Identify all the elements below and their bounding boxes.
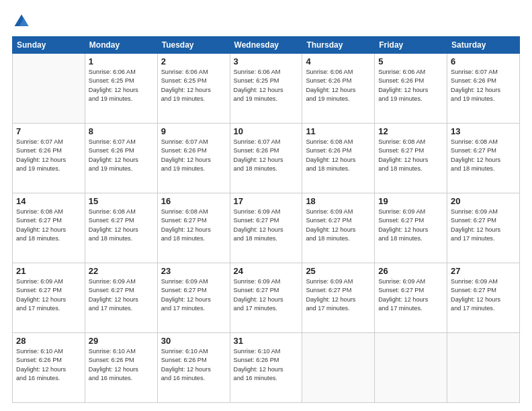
calendar-week-row: 14Sunrise: 6:08 AM Sunset: 6:27 PM Dayli… [13,193,520,263]
col-thursday: Thursday [302,37,375,54]
day-info: Sunrise: 6:10 AM Sunset: 6:26 PM Dayligh… [234,347,299,383]
day-info: Sunrise: 6:10 AM Sunset: 6:26 PM Dayligh… [161,347,226,383]
day-info: Sunrise: 6:09 AM Sunset: 6:27 PM Dayligh… [378,208,443,243]
table-row [13,54,85,124]
day-number: 26 [378,266,443,276]
day-info: Sunrise: 6:09 AM Sunset: 6:27 PM Dayligh… [451,277,516,313]
col-tuesday: Tuesday [157,37,230,54]
table-row: 26Sunrise: 6:09 AM Sunset: 6:27 PM Dayli… [375,263,447,333]
day-info: Sunrise: 6:07 AM Sunset: 6:26 PM Dayligh… [89,138,154,173]
table-row: 13Sunrise: 6:08 AM Sunset: 6:27 PM Dayli… [447,124,520,193]
day-info: Sunrise: 6:07 AM Sunset: 6:26 PM Dayligh… [451,68,516,103]
table-row: 19Sunrise: 6:09 AM Sunset: 6:27 PM Dayli… [375,193,447,263]
table-row: 14Sunrise: 6:08 AM Sunset: 6:27 PM Dayli… [13,193,85,263]
table-row: 11Sunrise: 6:08 AM Sunset: 6:26 PM Dayli… [302,124,375,193]
day-info: Sunrise: 6:09 AM Sunset: 6:27 PM Dayligh… [378,277,443,313]
table-row: 31Sunrise: 6:10 AM Sunset: 6:26 PM Dayli… [230,333,302,403]
day-number: 15 [89,196,154,206]
table-row: 22Sunrise: 6:09 AM Sunset: 6:27 PM Dayli… [85,263,157,333]
day-number: 9 [161,126,226,136]
day-info: Sunrise: 6:09 AM Sunset: 6:27 PM Dayligh… [306,277,371,313]
logo-icon [12,12,31,31]
table-row: 20Sunrise: 6:09 AM Sunset: 6:27 PM Dayli… [447,193,520,263]
day-info: Sunrise: 6:08 AM Sunset: 6:27 PM Dayligh… [161,208,226,243]
day-info: Sunrise: 6:09 AM Sunset: 6:27 PM Dayligh… [89,277,154,313]
day-number: 1 [89,56,154,66]
day-number: 20 [451,196,516,206]
day-number: 23 [161,266,226,276]
table-row: 6Sunrise: 6:07 AM Sunset: 6:26 PM Daylig… [447,54,520,124]
day-number: 30 [161,336,226,346]
day-number: 11 [306,126,371,136]
day-info: Sunrise: 6:10 AM Sunset: 6:26 PM Dayligh… [16,347,81,383]
calendar-header-row: Sunday Monday Tuesday Wednesday Thursday… [13,37,520,54]
day-number: 14 [16,196,81,206]
col-friday: Friday [375,37,447,54]
table-row [375,333,447,403]
day-number: 4 [306,56,371,66]
table-row: 28Sunrise: 6:10 AM Sunset: 6:26 PM Dayli… [13,333,85,403]
day-info: Sunrise: 6:06 AM Sunset: 6:25 PM Dayligh… [89,68,154,103]
day-number: 17 [234,196,299,206]
day-number: 19 [378,196,443,206]
table-row: 16Sunrise: 6:08 AM Sunset: 6:27 PM Dayli… [157,193,230,263]
day-info: Sunrise: 6:06 AM Sunset: 6:26 PM Dayligh… [306,68,371,103]
header [12,12,520,31]
day-number: 27 [451,266,516,276]
day-info: Sunrise: 6:08 AM Sunset: 6:26 PM Dayligh… [306,138,371,173]
page: Sunday Monday Tuesday Wednesday Thursday… [0,0,532,411]
day-number: 29 [89,336,154,346]
table-row: 7Sunrise: 6:07 AM Sunset: 6:26 PM Daylig… [13,124,85,193]
day-info: Sunrise: 6:08 AM Sunset: 6:27 PM Dayligh… [378,138,443,173]
day-number: 31 [234,336,299,346]
calendar-week-row: 28Sunrise: 6:10 AM Sunset: 6:26 PM Dayli… [13,333,520,403]
day-number: 16 [161,196,226,206]
table-row: 4Sunrise: 6:06 AM Sunset: 6:26 PM Daylig… [302,54,375,124]
day-number: 2 [161,56,226,66]
day-number: 8 [89,126,154,136]
day-number: 6 [451,56,516,66]
day-number: 21 [16,266,81,276]
table-row [302,333,375,403]
day-number: 28 [16,336,81,346]
table-row: 10Sunrise: 6:07 AM Sunset: 6:26 PM Dayli… [230,124,302,193]
day-info: Sunrise: 6:09 AM Sunset: 6:27 PM Dayligh… [161,277,226,313]
table-row: 27Sunrise: 6:09 AM Sunset: 6:27 PM Dayli… [447,263,520,333]
table-row: 30Sunrise: 6:10 AM Sunset: 6:26 PM Dayli… [157,333,230,403]
table-row: 9Sunrise: 6:07 AM Sunset: 6:26 PM Daylig… [157,124,230,193]
day-number: 7 [16,126,81,136]
table-row: 3Sunrise: 6:06 AM Sunset: 6:25 PM Daylig… [230,54,302,124]
day-number: 5 [378,56,443,66]
day-info: Sunrise: 6:08 AM Sunset: 6:27 PM Dayligh… [16,208,81,243]
table-row: 12Sunrise: 6:08 AM Sunset: 6:27 PM Dayli… [375,124,447,193]
table-row: 2Sunrise: 6:06 AM Sunset: 6:25 PM Daylig… [157,54,230,124]
day-info: Sunrise: 6:09 AM Sunset: 6:27 PM Dayligh… [451,208,516,243]
table-row: 5Sunrise: 6:06 AM Sunset: 6:26 PM Daylig… [375,54,447,124]
table-row: 23Sunrise: 6:09 AM Sunset: 6:27 PM Dayli… [157,263,230,333]
logo [12,12,34,31]
table-row: 24Sunrise: 6:09 AM Sunset: 6:27 PM Dayli… [230,263,302,333]
day-info: Sunrise: 6:08 AM Sunset: 6:27 PM Dayligh… [451,138,516,173]
day-number: 18 [306,196,371,206]
table-row: 15Sunrise: 6:08 AM Sunset: 6:27 PM Dayli… [85,193,157,263]
day-number: 10 [234,126,299,136]
day-number: 25 [306,266,371,276]
day-info: Sunrise: 6:09 AM Sunset: 6:27 PM Dayligh… [234,277,299,313]
day-info: Sunrise: 6:09 AM Sunset: 6:27 PM Dayligh… [306,208,371,243]
day-info: Sunrise: 6:07 AM Sunset: 6:26 PM Dayligh… [161,138,226,173]
day-number: 13 [451,126,516,136]
day-info: Sunrise: 6:06 AM Sunset: 6:25 PM Dayligh… [161,68,226,103]
day-number: 22 [89,266,154,276]
day-info: Sunrise: 6:10 AM Sunset: 6:26 PM Dayligh… [89,347,154,383]
day-info: Sunrise: 6:08 AM Sunset: 6:27 PM Dayligh… [89,208,154,243]
calendar-week-row: 21Sunrise: 6:09 AM Sunset: 6:27 PM Dayli… [13,263,520,333]
table-row: 8Sunrise: 6:07 AM Sunset: 6:26 PM Daylig… [85,124,157,193]
day-info: Sunrise: 6:09 AM Sunset: 6:27 PM Dayligh… [234,208,299,243]
table-row: 29Sunrise: 6:10 AM Sunset: 6:26 PM Dayli… [85,333,157,403]
day-info: Sunrise: 6:07 AM Sunset: 6:26 PM Dayligh… [16,138,81,173]
calendar-week-row: 7Sunrise: 6:07 AM Sunset: 6:26 PM Daylig… [13,124,520,193]
col-monday: Monday [85,37,157,54]
table-row: 25Sunrise: 6:09 AM Sunset: 6:27 PM Dayli… [302,263,375,333]
day-info: Sunrise: 6:06 AM Sunset: 6:26 PM Dayligh… [378,68,443,103]
day-info: Sunrise: 6:06 AM Sunset: 6:25 PM Dayligh… [234,68,299,103]
